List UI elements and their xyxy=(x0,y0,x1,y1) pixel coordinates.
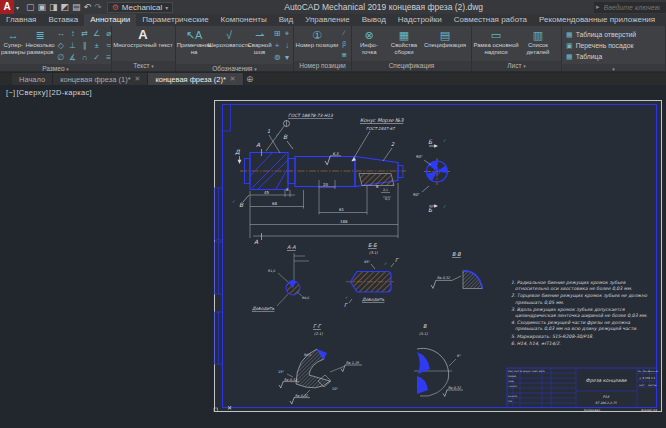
ribbon-tab-sovmestnaya[interactable]: Совместная работа xyxy=(448,14,533,26)
surface-texture-button[interactable]: √ Шероховатость xyxy=(211,27,247,64)
app-menu-caret-icon[interactable]: ▾ xyxy=(16,4,19,11)
morse-gost-label: ГОСТ 2847-67 xyxy=(366,126,395,131)
radius-dim-icon[interactable]: ∅ xyxy=(55,52,67,64)
view-control[interactable]: [Сверху] xyxy=(16,88,48,97)
parts-list-button[interactable]: ▥ Список деталей xyxy=(519,27,557,61)
panel-caret-icon: ▾ xyxy=(151,63,154,69)
new-tab-button[interactable]: ⊕ xyxy=(244,73,256,85)
tolerance-dim-icon[interactable]: ± xyxy=(91,40,103,52)
vertical-dim-icon[interactable]: ↕ xyxy=(67,28,79,40)
close-icon[interactable]: ✕ xyxy=(135,75,141,83)
ribbon-tab-vstavka[interactable]: Вставка xyxy=(42,14,84,26)
roughness-gg-3: Ra 0,32 xyxy=(295,394,309,398)
leader-note-button[interactable]: ↖A Примечание на xyxy=(177,27,211,64)
file-tab-start[interactable]: Начало xyxy=(12,73,53,85)
ribbon: ↔ Супер-размеры ≣ Несколько размеров ↔ ↕… xyxy=(0,26,666,72)
workspace-name: Mechanical xyxy=(122,3,162,12)
new-file-icon[interactable]: ▢ xyxy=(26,0,35,14)
ribbon-tab-annotacii[interactable]: Аннотации xyxy=(84,14,136,26)
beta-tool-icon[interactable]: β xyxy=(339,38,349,49)
note-5: 5. Маркировать: 515-R208-30/Р18. xyxy=(511,334,658,340)
search-input[interactable] xyxy=(602,3,662,12)
help-search[interactable]: ▸ xyxy=(594,2,666,13)
mtext-button[interactable]: А Многострочный текст xyxy=(113,27,173,61)
ribbon-tab-parametricheskie[interactable]: Параметрические xyxy=(136,14,214,26)
plot-icon[interactable]: ▤ xyxy=(72,0,81,14)
info-point-button[interactable]: ⊗ Инфо-точка xyxy=(353,27,385,61)
ribbon-tab-express[interactable]: Express Tools xyxy=(661,14,666,26)
power-dimension-icon: ↔ xyxy=(8,28,19,42)
position-1: 1 xyxy=(267,128,270,134)
linear-dim-icon[interactable]: ↔ xyxy=(55,28,67,40)
file-tab-freza2[interactable]: концевая фреза (2)* ✕ xyxy=(148,73,243,85)
note-3: 3. Вдоль режущих кромок зубьев допускает… xyxy=(511,307,658,319)
tb-sheet: Лист xyxy=(639,384,645,387)
close-icon[interactable]: ✕ xyxy=(230,75,236,83)
hole-table-button[interactable]: ▦ Таблица отверстий xyxy=(566,29,636,40)
aligned-dim-icon[interactable]: ◇ xyxy=(55,40,67,52)
view-scale-gg: (2:1) xyxy=(314,332,323,336)
note-1: 1. Радиальное биение режущих кромок зубь… xyxy=(511,280,658,292)
file-tab-freza1[interactable]: концевая фреза (1)* ✕ xyxy=(53,73,148,85)
morse-taper-label: Конус Морзе №3 xyxy=(360,117,404,124)
chord-dim-icon[interactable]: ∩ xyxy=(79,52,91,64)
ribbon-tab-nadstroyki[interactable]: Надстройки xyxy=(392,14,448,26)
balloon-button[interactable]: ① Номер позиции xyxy=(295,27,339,61)
panel-label-razmer[interactable]: Размер ▾ xyxy=(0,64,111,71)
undo-icon[interactable]: ↶ xyxy=(84,0,92,14)
viewport-menu-control[interactable]: [−] xyxy=(6,88,15,97)
list-tool-icon[interactable]: ≣ xyxy=(339,49,349,60)
bom-button[interactable]: ▤ Спецификация xyxy=(423,27,467,61)
tb-scale-val: 1:1 xyxy=(651,377,656,380)
center-mark-icon[interactable]: ⌖ xyxy=(282,28,292,40)
assembly-props-button[interactable]: ▦ Свойства сборки xyxy=(385,27,423,61)
drawing-sheet: ✕ xyxy=(0,85,666,428)
tb-row-prov: Пров. xyxy=(508,380,515,383)
slash-tool-icon[interactable]: ∕ xyxy=(339,27,349,38)
search-caret-icon: ▸ xyxy=(596,3,600,11)
ribbon-tab-vyvod[interactable]: Вывод xyxy=(356,14,392,26)
sheet-border xyxy=(215,101,662,412)
plus-tool-icon[interactable]: + xyxy=(272,40,282,52)
ribbon-tab-upravlenie[interactable]: Управление xyxy=(299,14,355,26)
table-button[interactable]: ▦ Таблица xyxy=(566,51,636,62)
ribbon-tab-komponenty[interactable]: Компоненты xyxy=(215,14,273,26)
drawing-canvas[interactable]: [−] [Сверху] [2D-каркас] ✕ xyxy=(0,85,666,428)
fits-list-button[interactable]: ▣ Перечень посадок xyxy=(566,40,636,51)
visual-style-control[interactable]: [2D-каркас] xyxy=(49,88,92,97)
roughness-vv: Ra 0,32 xyxy=(437,276,451,280)
save-icon[interactable]: ◨ xyxy=(49,0,58,14)
panel-label-spec[interactable]: Спецификация xyxy=(352,61,471,71)
panel-label-nomer[interactable]: Номер позиции xyxy=(294,61,351,71)
redo-icon[interactable]: ↷ xyxy=(94,0,102,14)
panel-label-oboznacheniya[interactable]: Обозначения ▾ xyxy=(176,64,293,71)
baseline-dim-icon[interactable]: ⇄ xyxy=(79,28,91,40)
detail-mark-icon[interactable]: ⊞ xyxy=(272,28,282,40)
bom-icon: ▤ xyxy=(440,28,450,42)
power-dimension-button[interactable]: ↔ Супер-размеры xyxy=(1,27,25,64)
dim-r06: R0,6 xyxy=(302,296,309,300)
check-dim-icon[interactable]: ✓ xyxy=(91,52,103,64)
panel-caret-icon: ▾ xyxy=(66,66,69,71)
arc-dim-icon[interactable]: ∡ xyxy=(67,52,79,64)
panel-label-list[interactable]: Лист ▾ xyxy=(472,61,561,71)
workspace-switcher[interactable]: ⚙ Mechanical ▾ xyxy=(107,2,174,13)
weld-symbol-button[interactable]: ⇀ Сварной шов xyxy=(247,27,272,64)
multiple-dimensions-button[interactable]: ≣ Несколько размеров xyxy=(25,27,54,64)
perpendicular-dim-icon[interactable]: ⊥ xyxy=(67,40,79,52)
panel-caret-icon: ▾ xyxy=(612,66,615,71)
open-file-icon[interactable]: ▣ xyxy=(38,0,47,14)
more-caret-icon[interactable]: ▾ xyxy=(282,52,292,64)
target-icon[interactable]: ⊚ xyxy=(272,52,282,64)
ribbon-tab-glavnaya[interactable]: Главная xyxy=(0,14,42,26)
panel-label-tables[interactable]: ▾ xyxy=(562,64,665,71)
ribbon-tab-vid[interactable]: Вид xyxy=(273,14,299,26)
app-logo-icon[interactable]: A xyxy=(0,0,14,14)
panel-label-tekst[interactable]: Текст ▾ xyxy=(112,61,175,71)
ribbon-tab-rekomendovannye[interactable]: Рекомендованные приложения xyxy=(533,14,661,26)
angular-dim-icon[interactable]: ∠ xyxy=(91,28,103,40)
datum-icon[interactable]: ↓ xyxy=(282,40,292,52)
title-border-button[interactable]: ▭ Рамка основной надписи xyxy=(473,27,519,61)
parallel-dim-icon[interactable]: ∥ xyxy=(79,40,91,52)
save-as-icon[interactable]: ◩ xyxy=(61,0,70,14)
